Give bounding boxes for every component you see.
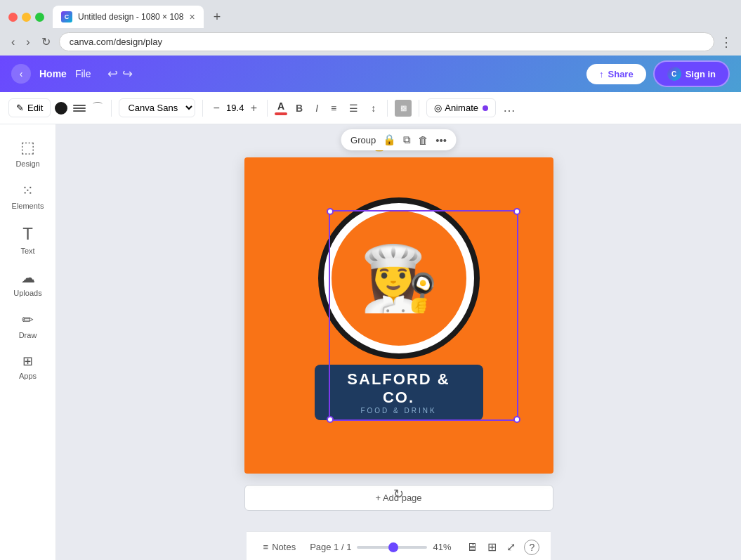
new-tab-btn[interactable]: + (209, 10, 225, 25)
font-size-control: − 19.4 + (210, 100, 260, 116)
browser-toolbar: ‹ › ↻ canva.com/design/play ⋮ (0, 28, 741, 56)
font-size-value: 19.4 (225, 103, 245, 113)
home-btn[interactable]: Home (39, 68, 67, 79)
minimize-window-btn[interactable] (22, 13, 31, 22)
sidebar-item-text[interactable]: T Text (4, 219, 53, 261)
redo-btn[interactable]: ↪ (122, 66, 133, 82)
view-desktop-btn[interactable]: 🖥 (464, 538, 480, 556)
active-tab[interactable]: C Untitled design - 1080 × 108 × (53, 6, 204, 28)
align-btn[interactable]: ≡ (327, 100, 341, 117)
undo-btn[interactable]: ↩ (107, 66, 118, 82)
chef-illustration: 👩‍🍳 (360, 247, 438, 310)
toolbar-history: ↩ ↪ (107, 66, 133, 82)
bold-btn[interactable]: B (291, 100, 307, 117)
font-family-select[interactable]: Canva Sans (119, 98, 195, 117)
list-btn[interactable]: ☰ (345, 100, 362, 117)
edit-label: Edit (27, 103, 43, 113)
curve-icon[interactable]: ⌒ (91, 102, 104, 115)
sidebar-design-label: Design (15, 159, 39, 168)
group-copy-btn[interactable]: ⧉ (403, 134, 411, 146)
file-btn[interactable]: File (75, 68, 91, 79)
design-canvas[interactable]: Group 🔒 ⧉ 🗑 ••• 👩‍🍳 (244, 157, 553, 474)
sidebar-apps-label: Apps (19, 372, 37, 380)
view-expand-btn[interactable]: ⤢ (504, 538, 518, 556)
sidebar-item-uploads[interactable]: ☁ Uploads (4, 263, 53, 303)
sidebar-text-label: Text (20, 247, 34, 255)
text-color-btn[interactable]: A (275, 100, 287, 115)
font-size-decrease-btn[interactable]: − (210, 100, 222, 116)
draw-icon: ✏ (22, 311, 34, 328)
help-btn[interactable]: ? (524, 540, 539, 555)
animate-btn[interactable]: ◎ Animate (426, 98, 496, 117)
maximize-window-btn[interactable] (35, 13, 44, 22)
address-bar[interactable]: canva.com/design/play (59, 32, 714, 51)
view-buttons: 🖥 ⊞ ⤢ (464, 538, 518, 556)
elements-icon: ⁙ (22, 182, 34, 199)
browser-titlebar: C Untitled design - 1080 × 108 × + (0, 0, 741, 28)
sidebar-item-apps[interactable]: ⊞ Apps (4, 348, 53, 386)
separator-3 (267, 100, 268, 117)
nav-forward-btn[interactable]: › (23, 33, 32, 51)
edit-pencil-icon: ✎ (16, 103, 24, 113)
browser-menu-btn[interactable]: ⋮ (720, 34, 733, 50)
notes-label: Notes (272, 542, 296, 552)
apps-icon: ⊞ (22, 353, 33, 369)
animate-active-dot (483, 105, 488, 111)
canvas-scroll[interactable]: 🔒 ⧉ ⊕ Group 🔒 ⧉ 🗑 ••• (56, 124, 741, 531)
share-btn[interactable]: ↑ Share (586, 64, 646, 84)
nav-back-btn[interactable]: ‹ (8, 33, 18, 51)
logo-sub-text: FOOD & DRINK (332, 407, 466, 415)
tab-title: Untitled design - 1080 × 108 (78, 12, 183, 22)
close-window-btn[interactable] (8, 13, 18, 22)
group-delete-btn[interactable]: 🗑 (418, 134, 428, 146)
zoom-thumb[interactable] (388, 542, 398, 552)
group-label: Group (350, 135, 376, 145)
text-icon: T (22, 224, 33, 244)
font-size-increase-btn[interactable]: + (248, 100, 260, 116)
share-icon: ↑ (599, 69, 604, 79)
edit-btn[interactable]: ✎ Edit (8, 98, 51, 117)
animate-label: Animate (445, 103, 478, 113)
zoom-slider[interactable] (357, 546, 427, 549)
tab-favicon: C (61, 11, 72, 22)
back-btn[interactable]: ‹ (11, 64, 31, 84)
signin-label: Sign in (686, 69, 716, 79)
canva-logo-icon: C (667, 67, 681, 81)
nav-refresh-btn[interactable]: ↻ (39, 32, 53, 51)
signin-btn[interactable]: C Sign in (653, 60, 730, 87)
logo-main-text: SALFORD & CO. (332, 370, 466, 407)
more-options-btn[interactable]: … (500, 98, 518, 118)
sidebar-item-draw[interactable]: ✏ Draw (4, 306, 53, 345)
transparency-btn[interactable]: ▩ (395, 100, 412, 117)
logo-circle-inner: 👩‍🍳 (329, 208, 469, 349)
page-info: Page 1 / 1 41% 🖥 ⊞ ⤢ ? (310, 538, 539, 556)
logo-circle-outer: 👩‍🍳 (318, 197, 480, 359)
group-more-btn[interactable]: ••• (435, 134, 447, 146)
rotate-handle[interactable]: ↻ (393, 486, 404, 502)
logo-container: 👩‍🍳 SALFORD & CO. FOOD & DRINK (244, 157, 553, 460)
tab-close-btn[interactable]: × (189, 12, 195, 22)
lines-icon[interactable] (72, 103, 87, 113)
toolbar-left: ‹ Home File ↩ ↪ (11, 64, 133, 84)
separator-1 (111, 100, 112, 117)
main-content: ⬚ Design ⁙ Elements T Text ☁ Uploads ✏ D… (0, 124, 741, 560)
canva-app: ‹ Home File ↩ ↪ ↑ Share C Sign in ✎ Edit (0, 56, 741, 560)
notes-btn[interactable]: ≡ Notes (258, 539, 302, 555)
share-label: Share (608, 69, 634, 79)
group-lock-btn[interactable]: 🔒 (383, 134, 396, 146)
format-toolbar: ✎ Edit ⌒ Canva Sans − 19.4 + A B I ≡ ☰ ↕ (0, 92, 741, 124)
group-popup: Group 🔒 ⧉ 🗑 ••• (341, 129, 457, 150)
bottom-bar: ≡ Notes Page 1 / 1 41% 🖥 ⊞ ⤢ (247, 531, 551, 560)
color-circle-icon[interactable] (55, 102, 67, 115)
spacing-btn[interactable]: ↕ (367, 100, 380, 117)
view-grid-btn[interactable]: ⊞ (485, 538, 499, 556)
sidebar-item-elements[interactable]: ⁙ Elements (4, 176, 53, 216)
app-toolbar: ‹ Home File ↩ ↪ ↑ Share C Sign in (0, 56, 741, 92)
italic-btn[interactable]: I (311, 100, 322, 117)
zoom-slider-wrap[interactable] (357, 546, 427, 549)
separator-5 (419, 100, 419, 117)
animate-icon: ◎ (434, 103, 442, 113)
window-controls (8, 13, 44, 22)
sidebar-item-design[interactable]: ⬚ Design (4, 133, 53, 174)
notes-icon: ≡ (263, 542, 269, 552)
